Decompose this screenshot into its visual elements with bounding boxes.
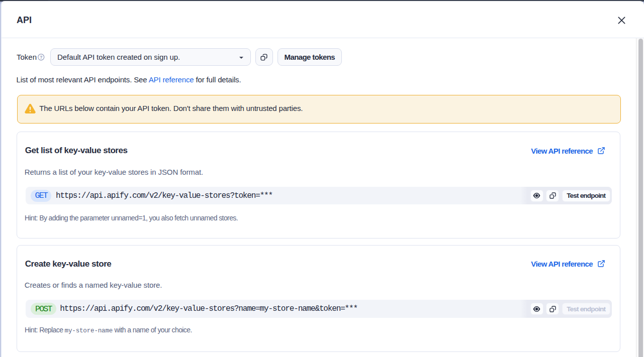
svg-text:?: ?: [40, 55, 42, 60]
